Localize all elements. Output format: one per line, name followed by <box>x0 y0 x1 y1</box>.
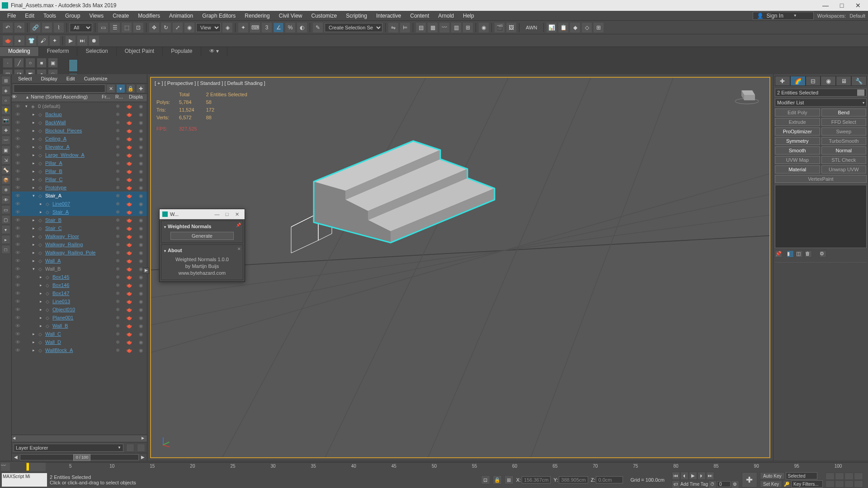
auto-key-button[interactable]: Auto Key <box>760 472 785 479</box>
modifier-bend[interactable]: Bend <box>821 108 867 117</box>
curve-editor-button[interactable]: 〰 <box>439 23 449 33</box>
scene-row[interactable]: 👁▾◇Wall_B❄🫖◉ <box>12 265 147 273</box>
scene-row[interactable]: 👁▸◇Prototype❄🫖◉ <box>12 183 147 192</box>
maximize-button[interactable]: □ <box>834 0 850 10</box>
filter-collapse-icon[interactable]: ▸ <box>1 235 10 244</box>
close-button[interactable]: ✕ <box>850 0 866 10</box>
ref-coord-dropdown[interactable]: View <box>196 23 221 32</box>
modifier-vertexpaint[interactable]: VertexPaint <box>775 175 867 183</box>
maxscript-listener[interactable]: MAXScript Mi <box>2 473 47 487</box>
tool-icon-3[interactable]: ◆ <box>570 23 580 33</box>
menu-civil-view[interactable]: Civil View <box>274 11 307 21</box>
modifier-list-dropdown[interactable]: Modifier List <box>775 99 867 107</box>
percent-snap-button[interactable]: % <box>285 23 295 33</box>
filter-shape-icon[interactable]: ○ <box>1 96 10 105</box>
render-frame-button[interactable]: 🖼 <box>506 23 516 33</box>
object-color-swatch[interactable] <box>857 89 864 96</box>
scene-add-icon[interactable]: ✚ <box>136 84 145 93</box>
slider-knob[interactable]: 0 / 100 <box>73 454 90 461</box>
snap-toggle-button[interactable]: 3 <box>262 23 272 33</box>
modifier-unwrap-uvw[interactable]: Unwrap UVW <box>821 165 867 174</box>
layer-explorer-button[interactable]: ▦ <box>428 23 438 33</box>
scene-row[interactable]: 👁▸◇Object010❄🫖◉ <box>12 305 147 314</box>
walk-icon[interactable] <box>854 480 863 488</box>
tool-icon-2[interactable]: 📋 <box>558 23 568 33</box>
create-tab-icon[interactable]: ✚ <box>775 76 790 86</box>
scene-menu-display[interactable]: Display <box>37 76 62 81</box>
edge-mode-icon[interactable]: ╱ <box>14 58 24 68</box>
render-setup-button[interactable]: 🎬 <box>495 23 505 33</box>
scene-row[interactable]: 👁▸◇Wall_B❄🫖◉ <box>12 322 147 330</box>
menu-modifiers[interactable]: Modifiers <box>133 11 165 21</box>
goto-end-button[interactable]: ⏭ <box>706 472 714 480</box>
modifier-material[interactable]: Material <box>775 165 820 174</box>
pin-icon[interactable]: 📌 <box>236 223 241 227</box>
menu-scripting[interactable]: Scripting <box>341 11 372 21</box>
modifier-prooptimizer[interactable]: ProOptimizer <box>775 127 820 136</box>
spinner-snap-button[interactable]: ◐ <box>297 23 307 33</box>
menu-animation[interactable]: Animation <box>165 11 198 21</box>
time-tag-icon[interactable]: 🏷 <box>672 480 680 488</box>
menu-tools[interactable]: Tools <box>39 11 61 21</box>
shirt-icon[interactable]: 👕 <box>26 36 36 46</box>
modifier-smooth[interactable]: Smooth <box>775 146 820 155</box>
show-end-result-icon[interactable]: ▮ <box>787 250 794 258</box>
weighted-normals-dialog[interactable]: W... — □ ✕ Weighted Normals📌 Generate Ab… <box>159 209 245 282</box>
scene-row[interactable]: 👁▸◇Stair_A❄🫖◉ <box>12 208 147 216</box>
zoom-all-icon[interactable] <box>826 480 835 488</box>
filter-camera-icon[interactable]: 📷 <box>1 116 10 125</box>
mirror-button[interactable]: ⇋ <box>388 23 398 33</box>
scene-hdr-render[interactable]: R... <box>115 94 129 102</box>
minimize-button[interactable]: — <box>817 0 834 10</box>
orbit-icon[interactable] <box>835 480 844 488</box>
menu-graph-editors[interactable]: Graph Editors <box>198 11 240 21</box>
filter-helper-icon[interactable]: ✚ <box>1 126 10 135</box>
scene-row[interactable]: 👁▸◇WallBlock_A❄🫖◉ <box>12 346 147 354</box>
poly-mode-icon[interactable]: ■ <box>37 58 47 68</box>
scene-lock-icon[interactable]: 🔒 <box>126 84 135 93</box>
scene-row[interactable]: 👁▸◇Box147❄🫖◉ <box>12 289 147 297</box>
scene-search-input[interactable] <box>14 84 105 93</box>
ribbon-tab-object-paint[interactable]: Object Paint <box>117 47 163 56</box>
play-icon[interactable]: ▶ <box>66 36 75 46</box>
material-editor-button[interactable]: ◉ <box>479 23 489 33</box>
border-mode-icon[interactable]: ○ <box>25 58 35 68</box>
scene-row[interactable]: 👁▸◇Wall_D❄🫖◉ <box>12 338 147 346</box>
scene-row[interactable]: 👁▸◇Walkway_Railing_Pole❄🫖◉ <box>12 249 147 257</box>
rotate-button[interactable]: ↻ <box>161 23 171 33</box>
key-mode-dropdown[interactable]: Selected <box>786 472 817 479</box>
modifier-sweep[interactable]: Sweep <box>821 127 867 136</box>
object-name-field[interactable]: 2 Entities Selected <box>775 89 867 97</box>
sign-in-button[interactable]: 👤 Sign In ▼ <box>753 12 813 20</box>
motion-tab-icon[interactable]: ◉ <box>821 76 836 86</box>
menu-customize[interactable]: Customize <box>307 11 342 21</box>
pivot-button[interactable]: ◈ <box>222 23 232 33</box>
ribbon-tab-selection[interactable]: Selection <box>77 47 116 56</box>
window-crossing-button[interactable]: ⊡ <box>133 23 143 33</box>
scene-row[interactable]: 👁▸◇Wall_C❄🫖◉ <box>12 330 147 338</box>
modifier-stl-check[interactable]: STL Check <box>821 156 867 164</box>
link-button[interactable]: 🔗 <box>30 23 40 33</box>
scene-row[interactable]: 👁▸◇Box146❄🫖◉ <box>12 281 147 289</box>
ribbon-tab-modeling[interactable]: Modeling <box>0 47 39 56</box>
element-mode-icon[interactable]: ▣ <box>48 58 58 68</box>
rect-region-button[interactable]: ⬚ <box>122 23 132 33</box>
angle-snap-button[interactable]: ∠ <box>274 23 283 33</box>
set-key-button[interactable]: Set Key <box>760 480 782 488</box>
timeline-key-icon[interactable]: 〰 <box>1 463 10 471</box>
modifier-stack[interactable] <box>775 185 867 248</box>
view-cube[interactable] <box>733 82 760 105</box>
scene-scrollbar[interactable]: ◀▶ <box>12 435 147 442</box>
modifier-edit-poly[interactable]: Edit Poly <box>775 108 820 117</box>
scene-row[interactable]: 👁▸◇Stair_C❄🫖◉ <box>12 224 147 232</box>
modifier-symmetry[interactable]: Symmetry <box>775 137 820 145</box>
scene-row[interactable]: 👁▸◇Elevator_A❄🫖◉ <box>12 143 147 151</box>
utilities-tab-icon[interactable]: 🔧 <box>851 76 867 86</box>
layers-button[interactable]: ▤ <box>416 23 426 33</box>
filter-geometry-icon[interactable]: ◈ <box>1 86 10 95</box>
menu-file[interactable]: File <box>3 11 20 21</box>
key-filters-dropdown[interactable]: Key Filters... <box>791 480 823 488</box>
time-config-button[interactable]: ⚙ <box>731 480 739 488</box>
filter-extra-2-icon[interactable]: ▢ <box>1 215 10 224</box>
transform-type-icon[interactable]: ⊞ <box>505 475 514 484</box>
